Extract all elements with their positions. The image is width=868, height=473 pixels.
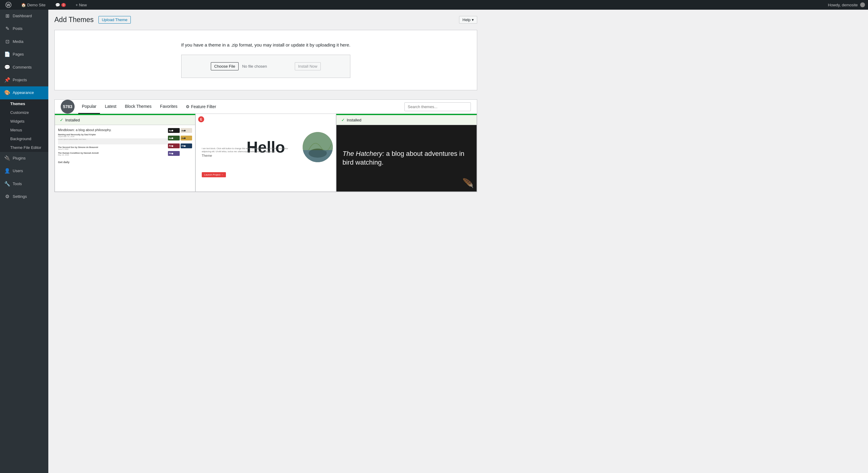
gear-icon: ⚙ bbox=[186, 104, 190, 109]
sidebar-item-media[interactable]: ⊡ Media bbox=[0, 35, 48, 48]
projects-icon: 📌 bbox=[4, 77, 10, 83]
wp-logo[interactable]: W bbox=[3, 1, 14, 9]
hatchery-quote: The Hatchery: a blog about adventures in… bbox=[342, 150, 470, 167]
sidebar-item-dashboard[interactable]: ⊞ Dashboard bbox=[0, 10, 48, 22]
upload-description: If you have a theme in a .zip format, yo… bbox=[61, 42, 471, 48]
themes-count: 5783 bbox=[61, 100, 74, 114]
hello-image bbox=[303, 132, 333, 162]
upload-area: If you have a theme in a .zip format, yo… bbox=[54, 30, 477, 90]
posts-icon: ✎ bbox=[4, 25, 10, 32]
theme-preview-hello: E Hello Theme I am text block. Click edi… bbox=[196, 114, 336, 180]
svg-rect-5 bbox=[303, 150, 333, 162]
comments-icon: 💬 bbox=[4, 64, 10, 71]
sidebar-item-label: Posts bbox=[13, 26, 23, 31]
sidebar-item-label: Pages bbox=[13, 52, 24, 57]
sidebar-item-settings[interactable]: ⚙ Settings bbox=[0, 190, 48, 203]
submenu-item-themes[interactable]: Themes bbox=[0, 99, 48, 108]
site-name[interactable]: 🏠 Demo Site bbox=[19, 1, 48, 8]
appearance-icon: 🎨 bbox=[4, 89, 10, 96]
submenu-item-menus[interactable]: Menus bbox=[0, 126, 48, 134]
themes-grid: ✓ Installed Mindblown: a blog about phil… bbox=[55, 114, 477, 192]
install-now-button[interactable]: Install Now bbox=[295, 62, 321, 70]
sidebar-item-label: Tools bbox=[13, 181, 22, 187]
installed-label: Installed bbox=[65, 118, 80, 122]
chevron-down-icon: ▾ bbox=[472, 18, 474, 22]
submenu-item-widgets[interactable]: Widgets bbox=[0, 117, 48, 126]
sidebar-item-appearance[interactable]: 🎨 Appearance bbox=[0, 86, 48, 99]
installed-badge: ✓ Installed bbox=[55, 115, 195, 125]
sidebar-item-label: Users bbox=[13, 168, 23, 174]
search-themes-wrap bbox=[404, 102, 471, 111]
upload-controls: Choose File No file chosen Install Now bbox=[181, 55, 350, 78]
checkmark-icon: ✓ bbox=[341, 118, 345, 122]
sidebar-item-plugins[interactable]: 🔌 Plugins bbox=[0, 152, 48, 165]
sidebar-item-label: Appearance bbox=[13, 90, 34, 95]
admin-bar: W 🏠 Demo Site 💬 0 + New Howdy, demosite bbox=[0, 0, 868, 10]
plugins-icon: 🔌 bbox=[4, 155, 10, 162]
sidebar-item-label: Comments bbox=[13, 65, 32, 70]
main-content: Add Themes Upload Theme Help ▾ If you ha… bbox=[48, 10, 868, 473]
tab-popular[interactable]: Popular bbox=[78, 100, 100, 114]
hello-logo: E bbox=[198, 116, 204, 122]
sidebar-item-tools[interactable]: 🔧 Tools bbox=[0, 178, 48, 190]
sidebar-item-label: Plugins bbox=[13, 156, 26, 161]
theme-card-hatchery[interactable]: ✓ Installed The Hatchery: a blog about a… bbox=[336, 114, 477, 192]
get-daily-label: Get daily bbox=[58, 161, 192, 164]
tab-block-themes[interactable]: Block Themes bbox=[121, 100, 155, 114]
sidebar-item-label: Dashboard bbox=[13, 13, 32, 19]
mindblown-posts: Naming and Necessity by Saul Kripke Sept… bbox=[58, 133, 168, 156]
sidebar-item-comments[interactable]: 💬 Comments bbox=[0, 61, 48, 74]
choose-file-button[interactable]: Choose File bbox=[211, 62, 238, 70]
theme-card-mindblown[interactable]: ✓ Installed Mindblown: a blog about phil… bbox=[55, 114, 195, 192]
bird-icon: 🪶 bbox=[462, 178, 473, 188]
sidebar-item-projects[interactable]: 📌 Projects bbox=[0, 74, 48, 86]
submenu-item-background[interactable]: Background bbox=[0, 134, 48, 143]
submenu-item-customize[interactable]: Customize bbox=[0, 108, 48, 117]
installed-label: Installed bbox=[347, 118, 361, 122]
media-icon: ⊡ bbox=[4, 38, 10, 45]
submenu-item-theme-file-editor[interactable]: Theme File Editor bbox=[0, 143, 48, 152]
installed-badge-hatchery: ✓ Installed bbox=[336, 115, 476, 125]
themes-section: 5783 Popular Latest Block Themes Favorit… bbox=[54, 99, 477, 192]
dashboard-icon: ⊞ bbox=[4, 13, 10, 19]
upload-theme-button[interactable]: Upload Theme bbox=[98, 16, 131, 24]
hello-description: I am text block. Click edit button to ch… bbox=[202, 147, 297, 153]
users-icon: 👤 bbox=[4, 168, 10, 174]
help-button[interactable]: Help ▾ bbox=[459, 16, 477, 24]
svg-text:W: W bbox=[7, 3, 10, 7]
themes-tabs: 5783 Popular Latest Block Themes Favorit… bbox=[55, 100, 477, 114]
mindblown-title: Mindblown: a blog about philosophy. bbox=[58, 128, 168, 132]
theme-card-hello[interactable]: E Hello Theme I am text block. Click edi… bbox=[195, 114, 336, 192]
hello-theme-label: Theme bbox=[202, 154, 212, 157]
tab-favorites[interactable]: Favorites bbox=[156, 100, 181, 114]
avatar[interactable] bbox=[860, 2, 865, 7]
comments-link[interactable]: 💬 0 bbox=[53, 1, 68, 8]
checkmark-icon: ✓ bbox=[60, 118, 63, 122]
launch-project-button[interactable]: Launch Project → bbox=[202, 172, 226, 177]
sidebar-item-label: Settings bbox=[13, 194, 27, 199]
tab-latest[interactable]: Latest bbox=[101, 100, 120, 114]
no-file-text: No file chosen bbox=[242, 64, 267, 69]
pages-icon: 📄 bbox=[4, 51, 10, 58]
feature-filter-button[interactable]: ⚙ Feature Filter bbox=[182, 100, 220, 113]
color-swatches: Aa⬤ Aa⬤ Aa⬤ Aa⬤ Aa⬤ Aa⬤ Aa⬤ bbox=[168, 128, 192, 158]
tools-icon: 🔧 bbox=[4, 181, 10, 187]
howdy-text: Howdy, demosite bbox=[828, 3, 858, 7]
sidebar: ⊞ Dashboard ✎ Posts ⊡ Media 📄 Pages 💬 Co… bbox=[0, 10, 48, 473]
sidebar-item-pages[interactable]: 📄 Pages bbox=[0, 48, 48, 61]
sidebar-item-label: Media bbox=[13, 39, 23, 44]
feature-filter-label: Feature Filter bbox=[191, 104, 216, 109]
theme-preview-hatchery: The Hatchery: a blog about adventures in… bbox=[336, 125, 476, 191]
theme-preview-mindblown: Mindblown: a blog about philosophy. Nami… bbox=[55, 125, 195, 191]
sidebar-item-label: Projects bbox=[13, 77, 27, 83]
search-themes-input[interactable] bbox=[404, 102, 471, 111]
page-header: Add Themes Upload Theme Help ▾ bbox=[54, 16, 477, 24]
sidebar-item-users[interactable]: 👤 Users bbox=[0, 165, 48, 177]
sidebar-item-posts[interactable]: ✎ Posts bbox=[0, 22, 48, 35]
new-content[interactable]: + New bbox=[73, 1, 89, 8]
page-title: Add Themes bbox=[54, 16, 94, 24]
appearance-submenu: Themes Customize Widgets Menus Backgroun… bbox=[0, 99, 48, 152]
settings-icon: ⚙ bbox=[4, 193, 10, 200]
